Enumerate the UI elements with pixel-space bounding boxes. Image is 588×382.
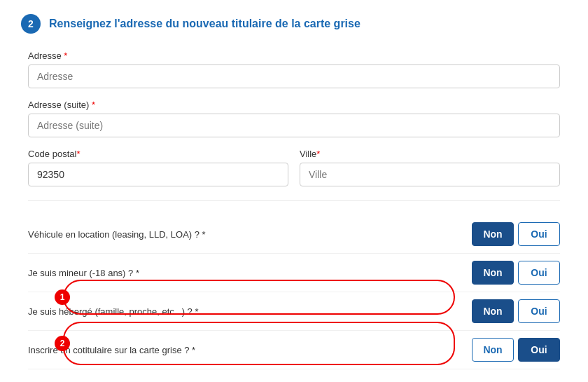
cotitulaire-inscrit-buttons: Non Oui	[472, 338, 560, 362]
mineur-label: Je suis mineur (-18 ans) ? *	[28, 268, 472, 278]
divider	[28, 200, 560, 201]
mineur-non-button[interactable]: Non	[472, 261, 514, 285]
cotitulaire-non-button[interactable]: Non	[472, 338, 514, 362]
ville-group: Ville*	[300, 149, 560, 186]
cotitulaire-inscrit-label: Inscrire un cotitulaire sur la carte gri…	[28, 345, 472, 355]
leasing-row: Véhicule en location (leasing, LLD, LOA)…	[28, 215, 560, 254]
mineur-buttons: Non Oui	[472, 261, 560, 285]
leasing-non-button[interactable]: Non	[472, 222, 514, 246]
adresse-suite-input[interactable]	[28, 114, 560, 137]
adresse-group: Adresse *	[28, 50, 560, 88]
code-postal-input[interactable]	[28, 163, 288, 186]
cotitulaire-oui-button[interactable]: Oui	[518, 338, 560, 362]
adresse-suite-group: Adresse (suite) *	[28, 100, 560, 137]
heberge-buttons: Non Oui	[472, 299, 560, 323]
adresse-suite-label: Adresse (suite) *	[28, 100, 560, 110]
mineur-row: Je suis mineur (-18 ans) ? * Non Oui	[28, 254, 560, 292]
code-postal-label: Code postal*	[28, 149, 288, 159]
step-title: Renseignez l'adresse du nouveau titulair…	[49, 18, 360, 30]
mineur-oui-button[interactable]: Oui	[518, 261, 560, 285]
leasing-buttons: Non Oui	[472, 222, 560, 246]
leasing-oui-button[interactable]: Oui	[518, 222, 560, 246]
ville-label: Ville*	[300, 149, 560, 159]
ville-input[interactable]	[300, 163, 560, 186]
cotitulaire-row: Inscrire un cotitulaire sur la carte gri…	[28, 331, 560, 369]
form-section: Adresse * Adresse (suite) * Code postal*…	[21, 50, 567, 382]
heberge-row: Je suis hébergé (famille, proche, etc...…	[28, 292, 560, 331]
step-header: 2 Renseignez l'adresse du nouveau titula…	[21, 14, 567, 34]
adresse-label: Adresse *	[28, 50, 560, 61]
leasing-label: Véhicule en location (leasing, LLD, LOA)…	[28, 229, 472, 240]
heberge-non-button[interactable]: Non	[472, 299, 514, 323]
adresse-input[interactable]	[28, 64, 560, 88]
code-postal-group: Code postal*	[28, 149, 288, 186]
bool-questions: Véhicule en location (leasing, LLD, LOA)…	[28, 215, 560, 369]
step-number: 2	[21, 14, 41, 34]
heberge-oui-button[interactable]: Oui	[518, 299, 560, 323]
code-postal-ville-row: Code postal* Ville*	[28, 149, 560, 186]
heberge-label: Je suis hébergé (famille, proche, etc...…	[28, 306, 472, 317]
